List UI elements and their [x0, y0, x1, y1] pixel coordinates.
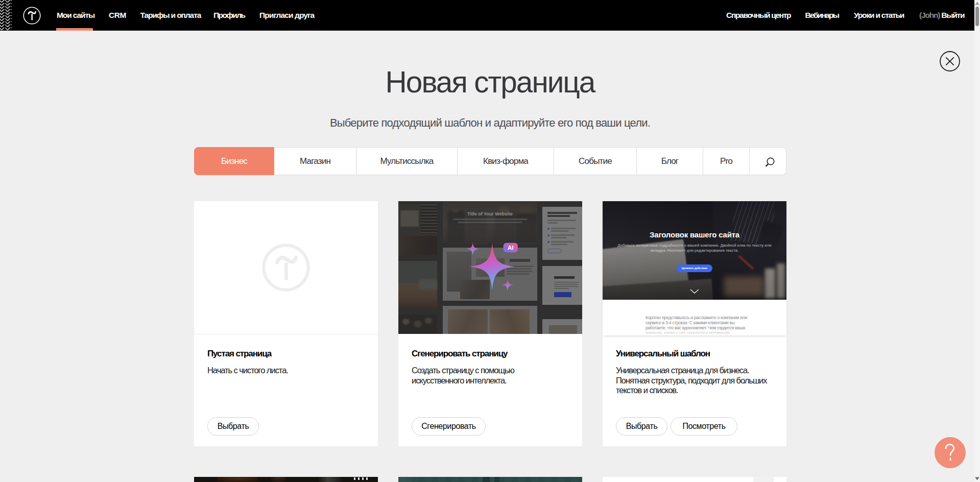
svg-text:AI: AI: [508, 245, 514, 251]
